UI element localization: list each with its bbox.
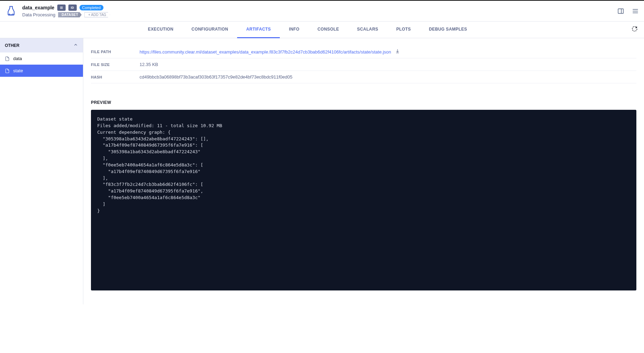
header-bar: data_example ID Completed Data Processin… bbox=[0, 0, 644, 22]
list-view-button[interactable] bbox=[57, 5, 66, 11]
header-right bbox=[617, 7, 639, 15]
tab-scalars[interactable]: SCALARS bbox=[348, 22, 387, 38]
menu-icon[interactable] bbox=[632, 7, 639, 15]
tab-console[interactable]: CONSOLE bbox=[308, 22, 348, 38]
meta-value-hash: cd49bbcb3a06898bf73b3acaf303b63f17357c9e… bbox=[140, 74, 292, 80]
tabs-row: EXECUTION CONFIGURATION ARTIFACTS INFO C… bbox=[0, 22, 644, 38]
tab-execution[interactable]: EXECUTION bbox=[139, 22, 183, 38]
tab-info[interactable]: INFO bbox=[280, 22, 308, 38]
svg-point-0 bbox=[9, 14, 10, 15]
tab-debug-samples[interactable]: DEBUG SAMPLES bbox=[420, 22, 476, 38]
sidebar-item-label: data bbox=[13, 56, 22, 61]
svg-rect-5 bbox=[60, 8, 63, 9]
status-badge: Completed bbox=[80, 5, 103, 10]
svg-rect-4 bbox=[60, 8, 63, 8]
tab-artifacts[interactable]: ARTIFACTS bbox=[237, 22, 280, 38]
meta-label-hash: HASH bbox=[91, 75, 140, 79]
svg-point-1 bbox=[11, 14, 11, 15]
sidebar-item-label: state bbox=[13, 68, 23, 73]
preview-box: Dataset state Files added/modified: 11 -… bbox=[91, 110, 636, 290]
meta-row-filepath: FILE PATH https://files.community.clear.… bbox=[91, 45, 636, 58]
tab-plots[interactable]: PLOTS bbox=[387, 22, 420, 38]
panel-toggle-icon[interactable] bbox=[617, 7, 625, 15]
tab-configuration[interactable]: CONFIGURATION bbox=[183, 22, 237, 38]
meta-label-filesize: FILE SIZE bbox=[91, 63, 140, 67]
project-subtitle: Data Processing bbox=[22, 12, 55, 17]
preview-content: Dataset state Files added/modified: 11 -… bbox=[97, 116, 630, 214]
app-logo-icon bbox=[5, 5, 17, 17]
meta-value-filepath[interactable]: https://files.community.clear.ml/dataset… bbox=[140, 49, 400, 55]
content-panel: FILE PATH https://files.community.clear.… bbox=[83, 38, 644, 304]
svg-point-2 bbox=[12, 14, 13, 15]
id-button[interactable]: ID bbox=[68, 5, 77, 11]
add-tag-button[interactable]: + ADD TAG bbox=[84, 12, 110, 17]
meta-row-filesize: FILE SIZE 12.35 KB bbox=[91, 58, 636, 71]
title-row: data_example ID Completed bbox=[22, 5, 110, 11]
sidebar-item-state[interactable]: state bbox=[0, 65, 83, 77]
sidebar-section-other[interactable]: OTHER bbox=[0, 38, 83, 52]
file-icon bbox=[5, 68, 10, 73]
svg-rect-3 bbox=[60, 7, 63, 7]
preview-heading: PREVIEW bbox=[91, 100, 636, 105]
download-icon[interactable] bbox=[395, 49, 400, 55]
chevron-up-icon bbox=[73, 42, 78, 48]
file-icon bbox=[5, 56, 10, 61]
refresh-button[interactable] bbox=[632, 26, 638, 33]
meta-value-filesize: 12.35 KB bbox=[140, 62, 158, 67]
title-block: data_example ID Completed Data Processin… bbox=[22, 5, 110, 17]
meta-label-filepath: FILE PATH bbox=[91, 50, 140, 54]
header-left: data_example ID Completed Data Processin… bbox=[5, 5, 110, 17]
sidebar-section-label: OTHER bbox=[5, 43, 19, 48]
sidebar: OTHER data state bbox=[0, 38, 83, 304]
main-area: OTHER data state FILE PATH https://files… bbox=[0, 38, 644, 304]
svg-rect-6 bbox=[618, 9, 624, 13]
experiment-title: data_example bbox=[22, 5, 55, 10]
meta-row-hash: HASH cd49bbcb3a06898bf73b3acaf303b63f173… bbox=[91, 71, 636, 83]
subtitle-row: Data Processing DATASET + ADD TAG bbox=[22, 12, 110, 17]
sidebar-item-data[interactable]: data bbox=[0, 52, 83, 65]
dataset-chip: DATASET bbox=[58, 12, 82, 17]
